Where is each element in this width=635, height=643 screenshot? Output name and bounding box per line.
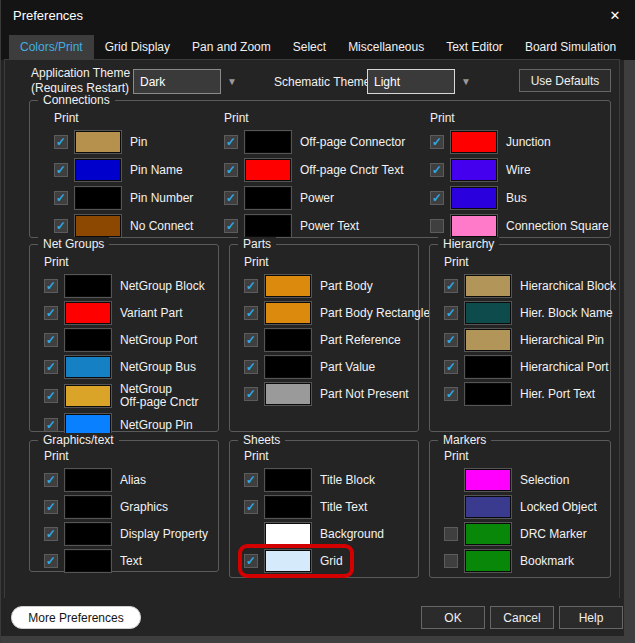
- print-checkbox[interactable]: ✓: [444, 333, 458, 347]
- print-checkbox[interactable]: ✓: [44, 418, 58, 432]
- print-checkbox[interactable]: ✓: [244, 387, 258, 401]
- print-checkbox[interactable]: ✓: [244, 333, 258, 347]
- color-swatch[interactable]: [265, 469, 311, 491]
- color-swatch[interactable]: [75, 131, 121, 153]
- color-swatch[interactable]: [65, 385, 111, 407]
- print-checkbox[interactable]: ✓: [54, 135, 68, 149]
- print-checkbox[interactable]: ✓: [44, 279, 58, 293]
- print-checkbox[interactable]: ✓: [44, 473, 58, 487]
- print-checkbox[interactable]: ✓: [224, 163, 238, 177]
- tab-pan-and-zoom[interactable]: Pan and Zoom: [181, 35, 282, 60]
- color-swatch[interactable]: [465, 275, 511, 297]
- print-checkbox[interactable]: ✓: [244, 279, 258, 293]
- scrollbar-vertical[interactable]: [623, 60, 635, 636]
- color-swatch[interactable]: [451, 215, 497, 237]
- print-checkbox[interactable]: [444, 554, 458, 568]
- color-swatch[interactable]: [245, 215, 291, 237]
- color-swatch[interactable]: [65, 496, 111, 518]
- ok-button[interactable]: OK: [421, 606, 485, 629]
- color-swatch[interactable]: [451, 131, 497, 153]
- color-swatch[interactable]: [451, 159, 497, 181]
- print-checkbox[interactable]: ✓: [54, 219, 68, 233]
- print-checkbox[interactable]: ✓: [44, 306, 58, 320]
- color-swatch[interactable]: [465, 496, 511, 518]
- color-swatch[interactable]: [465, 356, 511, 378]
- print-checkbox[interactable]: ✓: [54, 191, 68, 205]
- color-swatch[interactable]: [465, 329, 511, 351]
- print-checkbox[interactable]: ✓: [444, 279, 458, 293]
- print-checkbox[interactable]: ✓: [430, 135, 444, 149]
- color-swatch[interactable]: [65, 329, 111, 351]
- application-theme-select[interactable]: Dark ▼: [133, 69, 243, 94]
- color-swatch[interactable]: [245, 159, 291, 181]
- tab-colors-print[interactable]: Colors/Print: [9, 35, 94, 60]
- color-swatch[interactable]: [65, 523, 111, 545]
- color-swatch[interactable]: [75, 187, 121, 209]
- color-swatch[interactable]: [265, 302, 311, 324]
- print-checkbox[interactable]: ✓: [44, 333, 58, 347]
- print-checkbox[interactable]: [444, 527, 458, 541]
- tab-grid-display[interactable]: Grid Display: [94, 35, 181, 60]
- print-checkbox[interactable]: ✓: [244, 554, 258, 568]
- print-checkbox[interactable]: ✓: [444, 306, 458, 320]
- color-swatch[interactable]: [265, 523, 311, 545]
- tab-text-editor[interactable]: Text Editor: [435, 35, 514, 60]
- color-swatch[interactable]: [465, 469, 511, 491]
- color-swatch[interactable]: [65, 302, 111, 324]
- help-button[interactable]: Help: [559, 606, 623, 629]
- color-swatch[interactable]: [465, 302, 511, 324]
- print-checkbox[interactable]: ✓: [224, 191, 238, 205]
- print-checkbox[interactable]: ✓: [44, 389, 58, 403]
- tab-board-simulation[interactable]: Board Simulation: [514, 35, 627, 60]
- print-checkbox[interactable]: ✓: [44, 360, 58, 374]
- color-row-off-page-connector: ✓Off-page Connector: [224, 131, 405, 153]
- print-checkbox[interactable]: ✓: [444, 387, 458, 401]
- cancel-button[interactable]: Cancel: [490, 606, 554, 629]
- close-icon[interactable]: ✕: [606, 8, 624, 23]
- color-swatch[interactable]: [245, 131, 291, 153]
- print-checkbox[interactable]: ✓: [224, 135, 238, 149]
- more-preferences-button[interactable]: More Preferences: [11, 606, 141, 629]
- color-swatch[interactable]: [451, 187, 497, 209]
- tab-select[interactable]: Select: [282, 35, 337, 60]
- color-swatch[interactable]: [265, 550, 311, 572]
- color-swatch[interactable]: [65, 275, 111, 297]
- print-checkbox[interactable]: ✓: [44, 554, 58, 568]
- print-checkbox[interactable]: ✓: [430, 163, 444, 177]
- print-checkbox[interactable]: ✓: [244, 500, 258, 514]
- color-swatch[interactable]: [265, 383, 311, 405]
- chevron-down-icon[interactable]: ▼: [221, 69, 243, 94]
- color-rows: ✓NetGroup Block✓Variant Part✓NetGroup Po…: [44, 275, 205, 441]
- chevron-down-icon[interactable]: ▼: [455, 69, 477, 94]
- print-checkbox[interactable]: [430, 219, 444, 233]
- color-swatch[interactable]: [245, 187, 291, 209]
- color-swatch[interactable]: [65, 356, 111, 378]
- print-checkbox[interactable]: ✓: [44, 500, 58, 514]
- print-checkbox[interactable]: ✓: [430, 191, 444, 205]
- print-checkbox[interactable]: ✓: [244, 360, 258, 374]
- color-swatch[interactable]: [65, 550, 111, 572]
- color-swatch[interactable]: [75, 159, 121, 181]
- color-swatch[interactable]: [265, 275, 311, 297]
- color-swatch[interactable]: [265, 356, 311, 378]
- color-swatch[interactable]: [465, 523, 511, 545]
- color-row-netgroup-bus: ✓NetGroup Bus: [44, 356, 205, 378]
- print-checkbox[interactable]: ✓: [244, 473, 258, 487]
- color-row-netgroup-off-page-cnctr: ✓NetGroupOff-page Cnctr: [44, 383, 205, 409]
- color-swatch[interactable]: [75, 215, 121, 237]
- print-checkbox[interactable]: ✓: [54, 163, 68, 177]
- color-swatch[interactable]: [265, 496, 311, 518]
- color-swatch[interactable]: [465, 383, 511, 405]
- print-checkbox[interactable]: ✓: [244, 306, 258, 320]
- print-checkbox[interactable]: ✓: [224, 219, 238, 233]
- print-checkbox[interactable]: ✓: [44, 527, 58, 541]
- color-swatch[interactable]: [465, 550, 511, 572]
- print-checkbox[interactable]: ✓: [444, 360, 458, 374]
- color-rows: SelectionLocked ObjectDRC MarkerBookmark: [444, 469, 597, 577]
- color-swatch[interactable]: [265, 329, 311, 351]
- schematic-theme-select[interactable]: Light ▼: [367, 69, 477, 94]
- tab-miscellaneous[interactable]: Miscellaneous: [337, 35, 435, 60]
- color-label: Bus: [506, 192, 527, 205]
- use-defaults-button[interactable]: Use Defaults: [519, 69, 611, 92]
- color-swatch[interactable]: [65, 469, 111, 491]
